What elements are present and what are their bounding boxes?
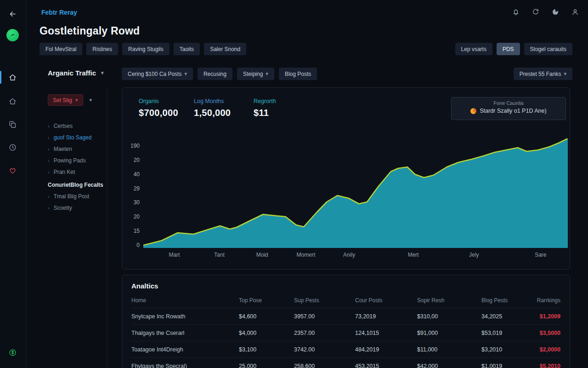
filter-steiping[interactable]: Steiping▾ <box>237 68 274 80</box>
tabs-left-group: Fol MevStralRistinesRaving StugilsTaoits… <box>40 43 246 55</box>
y-axis-tick: 40 <box>126 171 140 178</box>
table-header-row: HomeTop PoseSup PestsCour PostsSopir Res… <box>131 293 560 308</box>
sidebar-item-label: Tmal Blig Post <box>54 193 89 200</box>
chevron-down-icon: ▾ <box>564 71 566 76</box>
x-axis-label: Tant <box>214 252 225 258</box>
row-value: $310,00 <box>417 313 481 320</box>
refresh-icon[interactable] <box>530 6 542 18</box>
x-axis-label: Anily <box>343 252 355 258</box>
x-axis-labels: MartTantMoidMomertAnilyMertJelySare <box>143 252 568 258</box>
chevron-down-icon[interactable]: ▾ <box>90 98 92 103</box>
row-value: $4,600 <box>239 313 294 320</box>
pages-copy-icon[interactable] <box>4 116 21 132</box>
x-axis-label: Mert <box>408 252 419 258</box>
table-row[interactable]: Snylcape Inc Rowath$4,6003957.0073,2019$… <box>131 308 560 324</box>
row-value: 25,000 <box>239 363 294 368</box>
overview-home-icon[interactable] <box>4 93 21 109</box>
tab-taoits[interactable]: Taoits <box>174 43 200 55</box>
row-ranking: $1,2009 <box>527 313 560 320</box>
metric-selector[interactable]: Arganic Traffic ▾ <box>48 69 104 77</box>
main-region: Febtr Reray Gostletingaly Rowd Fol MevSt… <box>26 0 588 368</box>
sidebar-item-scoetty[interactable]: ›Scoetty <box>48 205 118 211</box>
button-label: Raving Stugils <box>128 46 164 52</box>
column-header-top-pose: Top Pose <box>239 297 294 304</box>
traffic-panel: Organis $700,000 Log Months 1,50,000 Reg… <box>122 87 570 270</box>
tab-saler-snond[interactable]: Saler Snond <box>204 43 246 55</box>
table-row[interactable]: Thalgays the Cserarl$4,0002357.00124,101… <box>131 324 560 341</box>
button-label: PDS <box>503 46 514 52</box>
filter-recusing[interactable]: Recusing <box>198 68 232 80</box>
page-title: Gostletingaly Rowd <box>40 25 140 37</box>
x-axis-label: Sare <box>535 252 546 258</box>
tab-fol-mevstral[interactable]: Fol MevStral <box>40 43 82 55</box>
chevron-down-icon: ▾ <box>101 70 104 75</box>
set-stig-button[interactable]: Set Stig ▾ <box>48 94 83 106</box>
table-row[interactable]: Fhylgays the Specral)25,000258,600453,20… <box>131 357 560 368</box>
profile-user-icon[interactable] <box>569 6 581 18</box>
account-pie-icon[interactable] <box>549 6 561 18</box>
button-label: Taoits <box>180 46 194 52</box>
row-value: 34,2025 <box>481 313 527 320</box>
row-value: 73,2019 <box>355 313 417 320</box>
y-axis-tick: 15 <box>126 228 140 234</box>
tab-ristines[interactable]: Ristines <box>86 43 118 55</box>
column-header-home: Home <box>131 297 239 304</box>
back-arrow-icon[interactable] <box>4 6 21 22</box>
row-value: $11,000 <box>417 346 481 353</box>
sidebar-item-label: Pran Ket <box>54 169 75 175</box>
set-stig-label: Set Stig <box>53 97 72 104</box>
analytics-table: Analtics HomeTop PoseSup PestsCour Posts… <box>122 275 570 368</box>
sidebar-item-label: Scoetty <box>54 205 72 211</box>
analytics-panel: Analtics HomeTop PoseSup PestsCour Posts… <box>122 275 570 368</box>
filter-row: Arganic Traffic ▾ Cering $100 Ca Posts▾R… <box>48 68 572 80</box>
row-value: $91,000 <box>417 330 481 336</box>
button-label: Fol MevStral <box>45 46 76 52</box>
sidebar-item-powing-pads[interactable]: ›Powing Pads <box>48 157 118 164</box>
row-name: Toatagoe Int4Dreigh <box>131 346 239 353</box>
tabs-right-group: Lep vsartsPDSStogel carauits <box>455 43 572 55</box>
analytics-title: Analtics <box>131 275 560 290</box>
row-value: $3,100 <box>239 346 294 353</box>
tab-raving-stugils[interactable]: Raving Stugils <box>122 43 170 55</box>
row-ranking: $3,5000 <box>527 330 560 336</box>
row-value: 484,2019 <box>355 346 417 353</box>
traffic-area-chart <box>143 138 568 249</box>
sidebar-item-tmal-blig-post[interactable]: ›Tmal Blig Post <box>48 193 118 200</box>
y-axis-tick: 0 <box>126 242 140 248</box>
logo-circle-icon <box>6 29 19 41</box>
stat-value: 1,50,000 <box>194 108 231 118</box>
brand-logo-avatar[interactable] <box>4 27 21 43</box>
chevron-right-icon: › <box>48 147 50 152</box>
row-name: Thalgays the Cserarl <box>131 330 239 336</box>
sidebar-item-pran-ket[interactable]: ›Pran Ket <box>48 169 118 175</box>
row-ranking: $2,0000 <box>527 346 560 353</box>
promo-card[interactable]: Fone Caunlia Stardr Szally o1 P1D Ane) <box>451 97 566 120</box>
tab-stogel-carauits[interactable]: Stogel carauits <box>524 43 572 55</box>
preset-button-group: Prestet 55 Fanks▾ <box>514 68 572 80</box>
button-label: Lep vsarts <box>461 46 486 52</box>
sidebar-item-guof-sto-saged[interactable]: ›guof Sto Saged <box>48 134 118 141</box>
tab-pds[interactable]: PDS <box>497 43 520 55</box>
app-brand[interactable]: Febtr Reray <box>41 9 77 16</box>
stat-regrorth: Regrorth $11 <box>254 98 276 118</box>
history-clock-icon[interactable] <box>4 139 21 155</box>
sidebar-item-certses[interactable]: ›Certses <box>48 123 118 129</box>
row-ranking: $5,2010 <box>527 363 560 368</box>
notifications-bell-icon[interactable] <box>510 6 522 18</box>
filter-cering-100-ca-posts[interactable]: Cering $100 Ca Posts▾ <box>122 68 193 80</box>
stat-value: $700,000 <box>139 108 178 118</box>
button-label: Prestet 55 Fanks <box>520 71 561 77</box>
column-header-cour-posts: Cour Posts <box>355 297 417 304</box>
tab-lep-vsarts[interactable]: Lep vsarts <box>455 43 492 55</box>
favorites-heart-icon[interactable] <box>4 162 21 178</box>
sidebar-item-maeten[interactable]: ›Maeten <box>48 146 118 152</box>
chevron-right-icon: › <box>48 194 50 199</box>
preset-prestet-55-fanks[interactable]: Prestet 55 Fanks▾ <box>514 68 572 80</box>
row-value: 3957.00 <box>294 313 355 320</box>
y-axis-tick: 30 <box>126 199 140 206</box>
table-row[interactable]: Toatagoe Int4Dreigh$3,1003742.00484,2019… <box>131 341 560 357</box>
currency-status-icon[interactable] <box>4 344 21 361</box>
row-value: 453,2015 <box>355 363 417 368</box>
home-icon[interactable] <box>4 69 21 86</box>
filter-blog-posts[interactable]: Blog Posts <box>279 68 317 80</box>
